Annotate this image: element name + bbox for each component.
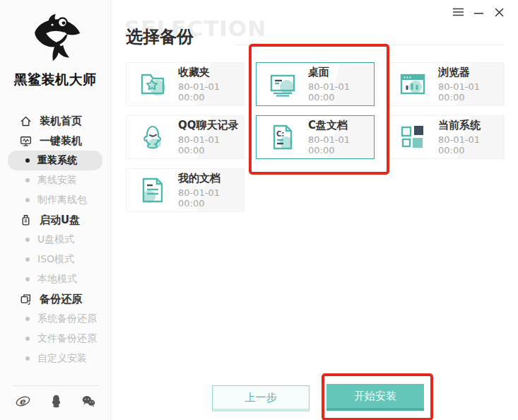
my-docs-icon xyxy=(137,175,168,206)
svg-text:e: e xyxy=(19,397,25,407)
sidebar-item-offline-install[interactable]: 离线安装 xyxy=(0,170,110,190)
sidebar-item-boot-usb[interactable]: 启动U盘 xyxy=(0,210,110,230)
qq-chat-icon xyxy=(137,122,168,153)
bullet-icon xyxy=(25,158,30,163)
menu-hamburger-icon[interactable] xyxy=(452,6,464,18)
shark-logo-icon xyxy=(27,13,83,65)
card-title: C盘文档 xyxy=(308,119,374,132)
favorites-icon xyxy=(137,69,168,100)
sidebar-item-file-backup-restore[interactable]: 文件备份还原 xyxy=(0,329,110,349)
restore-icon xyxy=(20,293,32,305)
card-c-drive-docs[interactable]: C: C盘文档 80-01-01 00:00 xyxy=(256,115,375,159)
sidebar-item-label: 文件备份还原 xyxy=(37,332,97,345)
sidebar-item-label: 制作离线包 xyxy=(37,194,87,206)
sidebar-item-label: 启动U盘 xyxy=(40,214,80,227)
prev-step-button[interactable]: 上一步 xyxy=(212,385,310,412)
minimize-icon[interactable] xyxy=(473,6,484,18)
desktop-icon xyxy=(267,69,298,100)
card-title: 当前系统 xyxy=(438,119,504,132)
card-title: 桌面 xyxy=(308,66,374,78)
bullet-icon xyxy=(25,178,30,182)
one-key-icon xyxy=(20,135,32,147)
sidebar-footer: e xyxy=(13,385,99,416)
bullet-icon xyxy=(25,198,30,202)
app-window: 黑鲨装机大师 装机首页 一键装机 重装系统 离线安装 制作离线包 xyxy=(0,0,518,420)
card-date: 80-01-01 00:00 xyxy=(438,81,504,103)
sidebar-item-label: 备份还原 xyxy=(40,293,82,306)
sidebar-item-iso-mode[interactable]: ISO模式 xyxy=(0,250,110,269)
brand-title: 黑鲨装机大师 xyxy=(0,71,110,89)
card-date: 80-01-01 00:00 xyxy=(178,187,244,209)
sidebar-item-label: U盘模式 xyxy=(37,233,74,246)
sidebar-menu: 装机首页 一键装机 重装系统 离线安装 制作离线包 启动U盘 xyxy=(0,111,110,368)
bullet-icon xyxy=(25,356,30,361)
bullet-icon xyxy=(25,317,30,321)
bullet-icon xyxy=(25,277,30,281)
sidebar-item-backup-restore[interactable]: 备份还原 xyxy=(0,289,110,309)
sidebar-item-label: 装机首页 xyxy=(40,115,82,128)
card-browser[interactable]: 浏览器 80-01-01 00:00 xyxy=(386,62,505,106)
card-desktop[interactable]: 桌面 80-01-01 00:00 xyxy=(256,62,375,106)
start-install-button[interactable]: 开始安装 xyxy=(326,384,424,411)
close-icon[interactable] xyxy=(493,6,505,18)
sidebar-item-custom-install[interactable]: 自定义安装 xyxy=(0,349,110,368)
card-qq-chat[interactable]: QQ聊天记录 80-01-01 00:00 xyxy=(126,115,245,159)
sidebar-item-local-mode[interactable]: 本地模式 xyxy=(0,269,110,289)
card-favorites[interactable]: 收藏夹 80-01-01 00:00 xyxy=(126,62,245,106)
bullet-icon xyxy=(25,257,30,262)
wechat-icon[interactable] xyxy=(81,394,96,409)
sidebar-item-system-backup-restore[interactable]: 系统备份还原 xyxy=(0,309,110,329)
sidebar-item-home[interactable]: 装机首页 xyxy=(0,111,110,131)
sidebar-item-label: 自定义安装 xyxy=(37,352,87,365)
card-title: 我的文档 xyxy=(178,172,244,185)
svg-text:C:: C: xyxy=(276,130,284,138)
card-date: 80-01-01 00:00 xyxy=(178,81,244,103)
logo: 黑鲨装机大师 xyxy=(0,0,110,89)
sidebar-item-label: 系统备份还原 xyxy=(37,313,97,325)
sidebar-item-label: 离线安装 xyxy=(37,174,77,187)
sidebar-item-reinstall[interactable]: 重装系统 xyxy=(8,151,102,170)
card-date: 80-01-01 00:00 xyxy=(438,134,504,156)
sidebar: 黑鲨装机大师 装机首页 一键装机 重装系统 离线安装 制作离线包 xyxy=(0,0,111,420)
sidebar-item-make-offline-pkg[interactable]: 制作离线包 xyxy=(0,190,110,210)
card-date: 80-01-01 00:00 xyxy=(308,81,374,103)
card-my-docs[interactable]: 我的文档 80-01-01 00:00 xyxy=(126,168,245,212)
title-divider xyxy=(235,45,504,45)
qq-icon[interactable] xyxy=(49,394,64,409)
home-icon xyxy=(20,115,32,127)
current-system-icon xyxy=(397,122,428,153)
bullet-icon xyxy=(25,238,30,242)
sidebar-item-label: ISO模式 xyxy=(37,253,74,266)
ie-icon[interactable]: e xyxy=(16,394,30,409)
usb-icon xyxy=(20,214,32,226)
card-current-system[interactable]: 当前系统 80-01-01 00:00 xyxy=(386,115,505,159)
card-title: 浏览器 xyxy=(438,66,504,78)
sidebar-item-label: 本地模式 xyxy=(37,273,77,286)
sidebar-item-one-key[interactable]: 一键装机 xyxy=(0,131,110,151)
sidebar-item-usb-mode[interactable]: U盘模式 xyxy=(0,230,110,250)
sidebar-item-label: 重装系统 xyxy=(37,154,77,167)
c-drive-doc-icon: C: xyxy=(267,122,298,153)
card-date: 80-01-01 00:00 xyxy=(308,134,374,156)
sidebar-item-label: 一键装机 xyxy=(40,134,82,148)
page-title: 选择备份 xyxy=(126,25,194,48)
window-controls xyxy=(452,6,505,18)
card-title: 收藏夹 xyxy=(178,66,244,78)
card-title: QQ聊天记录 xyxy=(178,119,244,132)
browser-icon xyxy=(397,69,428,100)
card-date: 80-01-01 00:00 xyxy=(178,134,244,156)
bullet-icon xyxy=(25,337,30,341)
backup-cards-grid: 收藏夹 80-01-01 00:00 桌面 80-01-01 00:00 xyxy=(126,62,505,212)
